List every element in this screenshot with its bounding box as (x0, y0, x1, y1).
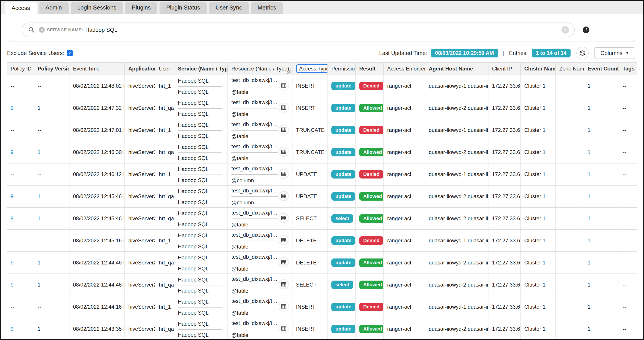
policy-version: 1 (38, 215, 40, 221)
application: hiveServer2 (128, 193, 155, 199)
result-badge: Denied (359, 82, 384, 90)
tags: -- (622, 260, 626, 266)
client-ip: 172.27.33.69 (492, 149, 520, 155)
result-badge: Denied (359, 126, 384, 134)
tags: -- (622, 282, 626, 288)
resource-type: @column (232, 197, 278, 206)
audit-page: Access Admin Login Sessions Plugins Plug… (0, 0, 644, 340)
agent-host-name: quasar-iiowyd-1.quasar-iiowyd.r... (429, 237, 488, 243)
resource-detail-button[interactable] (279, 324, 288, 333)
resource-detail-button[interactable] (279, 191, 288, 201)
policy-id-link[interactable]: 9 (10, 326, 14, 332)
service-type: Hadoop SQL (178, 332, 224, 338)
application: hiveServer2 (128, 237, 155, 243)
access-type: SELECT (296, 282, 316, 288)
table-row: 9 1 08/02/2022 12:45:46 PM hiveServer2 h… (7, 207, 637, 230)
application: hiveServer2 (128, 282, 155, 288)
resource-detail-button[interactable] (279, 257, 288, 267)
policy-id-link: -- (10, 171, 14, 177)
col-client-ip: Client IP (488, 62, 520, 75)
access-type: UPDATE (296, 171, 317, 177)
resource-name: test_db_dixawxj/test_table... (232, 99, 278, 109)
resource-detail-button[interactable] (279, 81, 288, 90)
resource-detail-button[interactable] (279, 103, 288, 112)
tab-metrics[interactable]: Metrics (251, 2, 283, 14)
policy-id-link[interactable]: 9 (10, 215, 14, 221)
tab-admin[interactable]: Admin (39, 2, 68, 14)
event-count: 1 (588, 304, 590, 310)
tags: -- (622, 326, 626, 332)
policy-id-link[interactable]: 9 (10, 105, 14, 111)
col-access-enforcer: Access Enforcer (384, 62, 425, 75)
resource-detail-button[interactable] (279, 280, 288, 289)
event-time: 08/02/2022 12:48:02 PM (73, 83, 124, 89)
service-name: Hadoop SQL (178, 77, 222, 87)
policy-id-link[interactable]: 9 (10, 149, 14, 155)
policy-id-link[interactable]: 9 (10, 282, 14, 288)
event-count: 1 (588, 215, 590, 221)
search-input[interactable]: ✕ SERVICE NAME: Hadoop SQL ✕ (22, 22, 575, 37)
access-type-sort-dropdown[interactable]: Access Type ▼ (296, 64, 328, 73)
resource-detail-button[interactable] (279, 169, 288, 179)
service-name: Hadoop SQL (178, 320, 222, 330)
clear-search-icon[interactable]: ✕ (562, 26, 569, 34)
resource-detail-button[interactable] (279, 213, 288, 223)
table-grid-icon (281, 194, 286, 198)
resource-detail-button[interactable] (279, 302, 288, 311)
tab-user-sync[interactable]: User Sync (209, 2, 249, 14)
event-time: 08/02/2022 12:46:12 PM (73, 171, 124, 177)
table-row: -- -- 08/02/2022 12:45:16 PM hiveServer2… (7, 230, 637, 252)
event-time: 08/02/2022 12:44:46 PM (73, 282, 124, 288)
tab-plugins[interactable]: Plugins (125, 2, 157, 14)
resource-detail-button[interactable] (279, 125, 288, 135)
tags: -- (622, 127, 626, 133)
tab-access[interactable]: Access (5, 2, 37, 16)
column-resize-grip[interactable] (287, 69, 291, 74)
service-name: Hadoop SQL (178, 165, 222, 175)
cluster-name: Cluster 1 (524, 215, 546, 221)
cluster-name: Cluster 1 (524, 105, 546, 111)
user: hrt_qa (159, 215, 174, 221)
resource-detail-button[interactable] (279, 147, 288, 157)
resource-detail-button[interactable] (279, 235, 288, 245)
application: hiveServer2 (128, 149, 155, 155)
resource-name: test_db_dixawxj/test_table... (232, 165, 278, 175)
permission-badge: select (332, 281, 353, 289)
user: hrt_qa (159, 149, 174, 155)
access-enforcer: ranger-acl (387, 304, 411, 310)
cluster-name: Cluster 1 (524, 282, 546, 288)
policy-id-link[interactable]: 9 (10, 193, 14, 199)
service-name: Hadoop SQL (178, 143, 222, 153)
tags: -- (622, 193, 626, 199)
user: hrt_qa (159, 326, 174, 332)
remove-filter-token-icon[interactable]: ✕ (39, 27, 45, 33)
tab-plugin-status[interactable]: Plugin Status (160, 2, 207, 14)
policy-id-link: -- (10, 304, 14, 310)
table-grid-icon (281, 172, 286, 176)
tab-login-sessions[interactable]: Login Sessions (71, 2, 123, 14)
access-enforcer: ranger-acl (387, 127, 411, 133)
agent-host-name: quasar-iiowyd-1.quasar-iiowyd.r... (429, 304, 488, 310)
client-ip: 172.27.33.69 (492, 304, 520, 310)
refresh-button[interactable] (576, 47, 589, 59)
info-icon[interactable]: i (583, 26, 589, 33)
access-type: INSERT (296, 304, 316, 310)
exclude-service-users-checkbox[interactable]: ✓ (67, 50, 73, 56)
user: hrt_1 (159, 83, 171, 89)
event-time: 08/02/2022 12:45:16 PM (73, 237, 124, 243)
agent-host-name: quasar-iiowyd-2.quasar-iiowyd.r... (429, 260, 488, 266)
event-time: 08/02/2022 12:47:01 PM (73, 127, 124, 133)
policy-id-link[interactable]: 9 (10, 260, 14, 266)
table-row: -- -- 08/02/2022 12:46:12 PM hiveServer2… (7, 163, 637, 185)
user: hrt_qa (159, 193, 174, 199)
resource-name: test_db_dixawxj/test_table... (232, 77, 278, 86)
columns-dropdown-button[interactable]: Columns ▼ (594, 47, 635, 59)
table-grid-icon (281, 83, 286, 88)
client-ip: 172.27.33.69 (492, 193, 520, 199)
filter-token-value: Hadoop SQL (86, 27, 118, 33)
entries-badge: 1 to 14 of 14 (532, 49, 570, 57)
service-name: Hadoop SQL (178, 121, 222, 131)
col-user: User (155, 62, 174, 75)
client-ip: 172.27.33.69 (492, 237, 520, 243)
policy-version: -- (38, 127, 41, 133)
